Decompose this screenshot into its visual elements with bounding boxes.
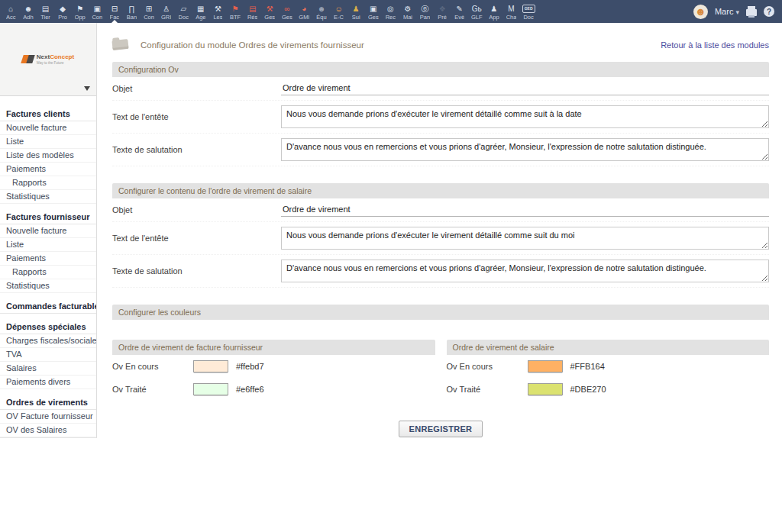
color-swatch[interactable] <box>193 360 228 372</box>
help-icon[interactable]: ? <box>764 6 774 17</box>
entete-textarea[interactable]: Nous vous demande prions d'exécuter le v… <box>281 105 769 128</box>
sidebar-menu-item[interactable]: TVA <box>0 348 96 362</box>
top-nav-module-item[interactable]: ❖ Pré <box>434 0 451 23</box>
top-nav-module-item[interactable]: ⓔ Pan <box>416 0 434 23</box>
sidebar-menu-item[interactable]: Statistiques <box>0 279 96 293</box>
top-nav-module-item[interactable]: ▤ Tier <box>37 0 54 23</box>
module-icon: ◕ <box>302 5 306 14</box>
main-content: Configuration du module Ordres de vireme… <box>97 23 782 437</box>
sidebar-menu-item[interactable]: Factures fournisseur <box>0 211 96 224</box>
sidebar-menu-item[interactable]: Rapports <box>0 176 96 190</box>
top-nav-module-item[interactable]: ⚒ Les <box>209 0 227 23</box>
sidebar-menu-item[interactable]: Nouvelle facture <box>0 121 96 135</box>
module-icon: ♙ <box>163 5 170 14</box>
sidebar-menu-item[interactable]: Salaires <box>0 362 96 376</box>
top-nav-module-item[interactable]: ♙ GRI <box>157 0 175 23</box>
panel-ov-salaire: Ordre de virement de salaire Ov En cours… <box>447 340 770 401</box>
top-nav-module-item[interactable]: ✎ Evè <box>451 0 468 23</box>
sidebar-menu-item[interactable]: Paiements divers <box>0 376 96 389</box>
entete-label: Text de l'entête <box>112 112 281 121</box>
panel-title-facture-fournisseur: Ordre de virement de facture fournisseur <box>112 340 435 355</box>
top-nav-module-item[interactable]: ▦ Age <box>192 0 210 23</box>
top-nav-module-item[interactable]: ⚑ BTF <box>227 0 244 23</box>
top-nav-module-item[interactable]: ⚒ Ges <box>261 0 279 23</box>
top-nav-module-item[interactable]: ⊟ Fac <box>106 0 124 23</box>
module-icon: ☻ <box>24 5 33 14</box>
return-to-modules-link[interactable]: Retour à la liste des modules <box>661 40 769 50</box>
form-row-entete: Text de l'entête Nous vous demande prion… <box>112 101 769 134</box>
module-label: Con <box>92 14 102 21</box>
color-swatch[interactable] <box>528 360 563 372</box>
sidebar-menu-item[interactable]: Charges fiscales/sociales <box>0 334 96 348</box>
top-nav-module-item[interactable]: M Cha <box>502 0 520 23</box>
print-icon[interactable] <box>746 9 757 16</box>
sidebar-menu-item[interactable]: OV Facture fournisseur <box>0 410 96 424</box>
module-icon: ▤ <box>42 5 49 14</box>
sidebar-menu-item[interactable]: Paiements <box>0 252 96 266</box>
panel-ov-facture-fournisseur: Ordre de virement de facture fournisseur… <box>112 340 435 401</box>
top-nav-module-item[interactable]: ⚑ Opp <box>71 0 89 23</box>
section-header-couleurs: Configurer les couleurs <box>112 305 769 320</box>
top-nav-module-item[interactable]: ☺ E-C <box>330 0 347 23</box>
top-nav-module-item[interactable]: ⊞ Con <box>141 0 158 23</box>
sidebar-menu-item[interactable]: Statistiques <box>0 190 96 204</box>
top-nav-module-item[interactable]: ◆ Pro <box>54 0 72 23</box>
color-row: Ov En cours #ffebd7 <box>112 355 435 378</box>
color-hex-value: #ffebd7 <box>236 362 264 371</box>
color-swatch[interactable] <box>193 383 228 395</box>
brand-tagline: Way to the Future <box>37 60 74 66</box>
module-icon: Gь <box>472 5 482 14</box>
top-nav-module-item[interactable]: ☻ Adh <box>20 0 37 23</box>
top-nav-module-item[interactable]: ◎ Rec <box>382 0 399 23</box>
sidebar-menu-item[interactable]: Factures clients <box>0 108 96 121</box>
form-row-salutation-salaire: Texte de salutation D'avance nous vous e… <box>112 255 769 288</box>
sidebar-filter-toggle-icon[interactable] <box>84 86 90 91</box>
sidebar-menu-item[interactable]: Rapports <box>0 266 96 279</box>
user-avatar[interactable]: ☻ <box>693 5 708 19</box>
top-nav-module-item[interactable]: ▱ Doc <box>175 0 192 23</box>
sidebar-menu-item[interactable]: Nouvelle facture <box>0 224 96 238</box>
color-swatch[interactable] <box>528 383 563 395</box>
module-label: Pré <box>438 14 447 21</box>
top-nav-module-item[interactable]: Gь GLF <box>468 0 486 23</box>
top-nav-module-item[interactable]: ∏ Ban <box>123 0 141 23</box>
sidebar-menu-item[interactable]: Dépenses spéciales <box>0 321 96 334</box>
user-menu[interactable]: Marc ▾ <box>715 7 739 16</box>
sidebar-menu-item[interactable]: Ordres de virements <box>0 396 96 410</box>
top-nav-module-item[interactable]: ▣ Ges <box>364 0 382 23</box>
salutation-textarea[interactable]: D'avance nous vous en remercions et vous… <box>281 138 769 161</box>
save-button[interactable]: ENREGISTRER <box>399 421 483 437</box>
company-logo[interactable]: NextConcept Way to the Future <box>22 52 74 66</box>
objet-input[interactable] <box>281 82 769 95</box>
module-label: Rés <box>247 14 257 21</box>
top-nav-module-item[interactable]: ∞ Ges <box>279 0 296 23</box>
top-nav-module-item[interactable]: ▤ Rés <box>244 0 261 23</box>
top-nav-module-item[interactable]: ♟ App <box>486 0 503 23</box>
color-row: Ov En cours #FFB164 <box>447 355 770 378</box>
sidebar-menu-item[interactable]: Liste <box>0 238 96 252</box>
objet-salaire-input[interactable] <box>281 203 769 217</box>
module-label: Con <box>144 14 154 21</box>
objet-label: Objet <box>112 205 281 214</box>
top-nav-module-item[interactable]: ⚙ Mai <box>399 0 417 23</box>
sidebar-menu-item[interactable]: OV des Salaires <box>0 424 96 437</box>
module-icon: ♟ <box>353 5 360 14</box>
color-hex-value: #DBE270 <box>570 385 606 394</box>
sidebar-menu-item[interactable]: Liste des modèles <box>0 149 96 163</box>
sidebar-menu-item[interactable]: Commandes facturables <box>0 300 96 314</box>
module-label: Doc <box>523 14 533 21</box>
module-label: Sui <box>352 14 360 21</box>
top-nav-module-item[interactable]: ⌂ Acc <box>2 0 20 23</box>
color-row-label: Ov Traité <box>447 385 528 394</box>
sidebar-menu-item[interactable]: Liste <box>0 135 96 149</box>
entete-salaire-textarea[interactable]: Nous vous demande prions d'exécuter le v… <box>281 227 769 250</box>
sidebar-menu-item[interactable]: Paiements <box>0 163 96 176</box>
top-nav-module-item[interactable]: GED Doc <box>520 0 538 23</box>
module-icon: ∞ <box>284 5 289 14</box>
top-nav-module-item[interactable]: ▣ Con <box>89 0 106 23</box>
panel-title-salaire: Ordre de virement de salaire <box>447 340 770 355</box>
top-nav-module-item[interactable]: ◕ GMI <box>296 0 313 23</box>
top-nav-module-item[interactable]: ☻ Équ <box>313 0 331 23</box>
top-nav-module-item[interactable]: ♟ Sui <box>347 0 365 23</box>
salutation-salaire-textarea[interactable]: D'avance nous vous en remercions et vous… <box>281 260 769 282</box>
